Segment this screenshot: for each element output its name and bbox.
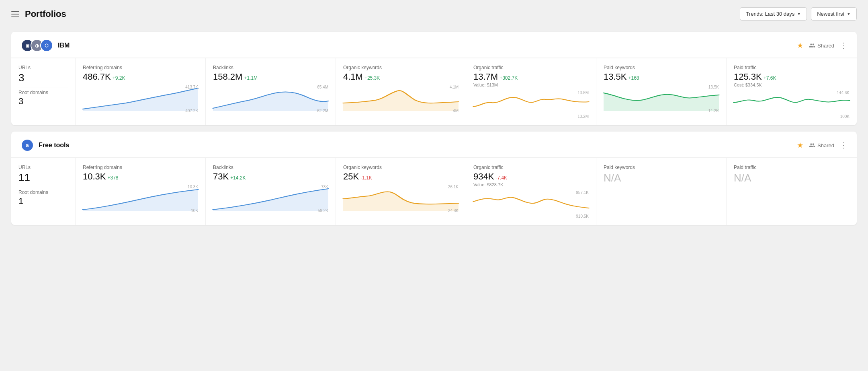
metric-value: 934K (473, 172, 494, 181)
metric-value-row: 125.3K+7.6K (734, 72, 850, 82)
chart-label-bottom: 100K (840, 114, 850, 119)
chart-area: 10.3K10K (83, 185, 198, 213)
card-header: aFree tools★Shared⋮ (11, 132, 857, 158)
metric-change: -1.1K (360, 175, 372, 181)
metric-label: Paid traffic (734, 65, 850, 70)
chart-area: 13.8M13.2M (473, 91, 589, 119)
metric-na-value: N/A (604, 172, 719, 184)
portfolio-name: IBM (58, 42, 70, 49)
metric-sub-value: Cost: $334.5K (734, 82, 850, 87)
portfolio-icons: ▣◑⬡ (21, 39, 53, 52)
chart-area: 4.1M4M (343, 85, 459, 113)
metric-label: Referring domains (83, 65, 198, 70)
portfolio-icon: ⬡ (40, 39, 53, 52)
sort-dropdown[interactable]: Newest first ▼ (811, 7, 857, 21)
main-content: ▣◑⬡IBM★Shared⋮URLs3Root domains3Referrin… (0, 28, 868, 236)
metric-label: Paid keywords (604, 165, 719, 170)
card-header-left: aFree tools (21, 139, 69, 152)
metric-label: Referring domains (83, 165, 198, 170)
chart-label-top: 4.1M (450, 85, 459, 89)
metric-value: 125.3K (734, 72, 762, 82)
metric-change: +378 (108, 175, 119, 181)
metric-cell: URLs11Root domains1 (11, 158, 76, 225)
metric-cell: Paid keywordsN/A (596, 158, 727, 225)
chart-label-bottom: 24.8K (448, 208, 459, 213)
more-options-icon[interactable]: ⋮ (840, 41, 847, 50)
metric-label: Paid keywords (604, 65, 719, 70)
metric-value: 25K (343, 172, 359, 181)
metric-sub-value: Value: $828.7K (473, 182, 589, 187)
root-domain-label: Root domains (18, 190, 68, 195)
trends-label: Trends: Last 30 days (746, 11, 794, 17)
metric-cell: Referring domains10.3K+37810.3K10K (76, 158, 206, 225)
root-domain-value: 3 (18, 96, 68, 107)
page-title: Portfolios (25, 9, 66, 19)
shared-text: Shared (817, 142, 834, 148)
metric-label: Organic keywords (343, 165, 459, 170)
metric-value-row: 4.1M+25.3K (343, 72, 459, 82)
chart-label-top: 413.7K (185, 85, 198, 89)
chart-label-bottom: 10K (191, 208, 198, 213)
chevron-down-icon: ▼ (797, 12, 801, 16)
chart-label-top: 13.8M (577, 91, 589, 95)
card-header-left: ▣◑⬡IBM (21, 39, 70, 52)
metric-cell: Backlinks158.2M+1.1M65.4M62.2M (206, 58, 336, 125)
metric-change: +168 (628, 75, 639, 81)
shared-icon (809, 142, 815, 148)
chart-area: 413.7K407.2K (83, 85, 198, 113)
shared-text: Shared (817, 43, 834, 49)
metric-change: +7.6K (764, 75, 776, 81)
metric-value-row: 25K-1.1K (343, 172, 459, 181)
metric-value: 10.3K (83, 172, 106, 181)
star-icon[interactable]: ★ (797, 41, 803, 50)
metrics-grid: URLs11Root domains1Referring domains10.3… (11, 158, 857, 225)
chart-label-top: 144.6K (837, 91, 850, 95)
metric-cell: Organic keywords25K-1.1K26.1K24.8K (336, 158, 466, 225)
more-options-icon[interactable]: ⋮ (840, 141, 847, 150)
metric-cell: Backlinks73K+14.2K73K59.2K (206, 158, 336, 225)
chart-label-bottom: 4M (453, 109, 459, 113)
shared-icon (809, 42, 815, 49)
sort-label: Newest first (817, 11, 844, 17)
portfolio-card-free-tools: aFree tools★Shared⋮URLs11Root domains1Re… (11, 132, 857, 225)
metric-value: 3 (18, 72, 68, 84)
shared-label: Shared (809, 42, 834, 49)
metric-cell: Paid trafficN/A (727, 158, 857, 225)
root-domain-label: Root domains (18, 90, 68, 95)
metric-value-row: 13.5K+168 (604, 72, 719, 82)
chart-area: 65.4M62.2M (213, 85, 328, 113)
hamburger-menu[interactable] (11, 11, 19, 17)
metric-value: 13.7M (473, 72, 498, 82)
card-header-right: ★Shared⋮ (797, 41, 847, 50)
root-domain-value: 1 (18, 196, 68, 206)
metric-cell: Paid traffic125.3K+7.6KCost: $334.5K144.… (727, 58, 857, 125)
metric-cell: URLs3Root domains3 (11, 58, 76, 125)
metric-label: Organic traffic (473, 65, 589, 70)
metric-label: Backlinks (213, 65, 328, 70)
page-header: Portfolios Trends: Last 30 days ▼ Newest… (0, 0, 868, 28)
metric-change: +25.3K (364, 75, 380, 81)
chart-label-bottom: 59.2K (318, 208, 328, 213)
chart-label-top: 73K (321, 185, 328, 189)
chart-area: 26.1K24.8K (343, 185, 459, 213)
chart-label-bottom: 11.2K (708, 109, 719, 113)
metric-label: Backlinks (213, 165, 328, 170)
metric-value-row: 73K+14.2K (213, 172, 328, 181)
card-header-right: ★Shared⋮ (797, 141, 847, 150)
trends-dropdown[interactable]: Trends: Last 30 days ▼ (740, 7, 807, 21)
metric-cell: Referring domains486.7K+9.2K413.7K407.2K (76, 58, 206, 125)
metric-value: 486.7K (83, 72, 111, 82)
metric-cell: Organic traffic13.7M+302.7KValue: $13M13… (466, 58, 596, 125)
metric-value-row: 13.7M+302.7K (473, 72, 589, 82)
metric-value-row: 10.3K+378 (83, 172, 198, 181)
metric-label: URLs (18, 165, 68, 170)
star-icon[interactable]: ★ (797, 141, 803, 150)
shared-label: Shared (809, 142, 834, 148)
chart-label-top: 65.4M (317, 85, 328, 89)
metric-value: 11 (18, 172, 68, 183)
metric-cell: Organic keywords4.1M+25.3K4.1M4M (336, 58, 466, 125)
chart-label-top: 10.3K (188, 185, 198, 189)
chart-label-bottom: 62.2M (317, 109, 328, 113)
metric-cell: Organic traffic934K-7.4KValue: $828.7K95… (466, 158, 596, 225)
metric-change: +302.7K (500, 75, 518, 81)
